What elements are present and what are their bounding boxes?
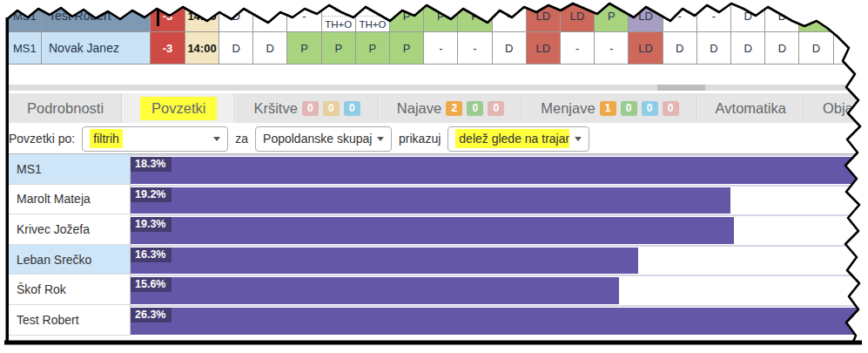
shift-cell[interactable]: P	[322, 32, 356, 64]
schedule-grid: MS1Test Robert-314:00DD-DTH+ODTH+OPPP-LD…	[9, 0, 868, 64]
bar-value-label: 19.2%	[131, 187, 172, 202]
shift-cell[interactable]: D	[219, 0, 253, 32]
start-time-cell: 14:00	[185, 0, 219, 32]
chart-bar[interactable]: 26.3%	[131, 308, 868, 335]
chart-row-name[interactable]: MS1	[9, 154, 131, 185]
scrollbar-thumb[interactable]	[657, 85, 705, 91]
shift-cell[interactable]: D	[765, 32, 799, 64]
schedule-row: MS1Test Robert-314:00DD-DTH+ODTH+OPPP-LD…	[9, 0, 868, 32]
chart-row-name[interactable]: Krivec Jožefa	[9, 214, 131, 245]
chart-row: Marolt Mateja19.2%	[9, 185, 868, 215]
shift-cell[interactable]: P	[287, 32, 321, 64]
group-dropdown[interactable]: Popoldanske skupaj	[255, 126, 392, 152]
shift-cell[interactable]: P	[356, 32, 390, 64]
shift-cell[interactable]: -	[663, 0, 697, 32]
shift-cell[interactable]: D	[253, 0, 287, 32]
shift-cell[interactable]: D	[493, 32, 527, 64]
tab-menjave[interactable]: Menjave1000	[522, 93, 696, 123]
shift-cell[interactable]: -	[595, 32, 629, 64]
shift-code-top: D	[356, 0, 389, 16]
employee-name-cell[interactable]: Test Robert	[42, 0, 151, 32]
tab-kršitve[interactable]: Kršitve000	[235, 93, 378, 123]
summaries-by-dropdown[interactable]: filtrih	[82, 126, 228, 152]
tab-bar: PodrobnostiPovzetkiKršitve000Najave200Me…	[9, 93, 859, 123]
chart-row-name[interactable]: Škof Rok	[9, 275, 131, 305]
dropdown-value: Popoldanske skupaj	[263, 132, 372, 146]
shift-cell[interactable]: P	[390, 0, 424, 32]
group-cell: MS1	[9, 0, 42, 32]
shift-cell[interactable]: D	[697, 32, 731, 64]
shift-cell[interactable]: -	[834, 32, 868, 64]
shift-cell[interactable]: LD	[629, 32, 663, 64]
shift-cell[interactable]: P	[458, 0, 492, 32]
count-badge: 0	[663, 101, 679, 116]
shift-cell[interactable]: D	[731, 0, 765, 32]
shift-cell[interactable]: D	[253, 32, 287, 64]
display-label: prikazuj	[399, 132, 441, 146]
tab-label: Povzetki	[140, 97, 217, 120]
schedule-row: MS1Novak Janez-314:00DDPPPP--DLD--LDDDDD…	[9, 32, 868, 64]
shift-cell-split[interactable]: DTH+O	[322, 0, 356, 32]
chart-row-name[interactable]: Test Robert	[9, 305, 131, 336]
shift-cell[interactable]: -	[561, 32, 595, 64]
chart-bar-area: 19.3%	[131, 214, 868, 245]
shift-cell[interactable]: -	[493, 0, 527, 32]
tab-label: Menjave	[541, 100, 595, 117]
chart-bar[interactable]: 19.3%	[131, 217, 734, 244]
shift-cell[interactable]: P	[424, 0, 458, 32]
shift-cell-split[interactable]: DTH+O	[356, 0, 390, 32]
balance-cell: -3	[151, 0, 185, 32]
shift-cell[interactable]: LD	[527, 32, 561, 64]
shift-cell[interactable]: P	[390, 32, 424, 64]
shift-cell[interactable]: -	[424, 32, 458, 64]
chart-bar-area: 18.3%	[131, 154, 868, 185]
shift-cell[interactable]: D	[799, 32, 833, 64]
chart-row: Škof Rok15.6%	[9, 275, 868, 305]
tab-label: Avtomatika	[716, 100, 786, 117]
tab-objave[interactable]: Objave	[804, 93, 868, 123]
bar-value-label: 15.6%	[131, 277, 172, 292]
shift-cell[interactable]: D	[731, 32, 765, 64]
chart-row-name[interactable]: Marolt Mateja	[9, 185, 131, 215]
tab-najave[interactable]: Najave200	[379, 93, 522, 123]
shift-cell[interactable]: P	[834, 0, 868, 32]
horizontal-scrollbar[interactable]	[9, 85, 859, 91]
display-mode-dropdown[interactable]: delež glede na trajanje v	[447, 126, 589, 152]
shift-cell[interactable]: LD	[561, 0, 595, 32]
tab-label: Objave	[823, 100, 868, 117]
count-badge: 2	[446, 101, 462, 116]
shift-cell[interactable]: -	[287, 0, 321, 32]
chart-bar[interactable]: 15.6%	[131, 277, 619, 304]
shift-cell[interactable]: LD	[629, 0, 663, 32]
tab-podrobnosti[interactable]: Podrobnosti	[9, 93, 122, 123]
dropdown-value: filtrih	[90, 129, 123, 148]
employee-name-cell[interactable]: Novak Janez	[42, 32, 151, 64]
dropdown-value: delež glede na trajanje v	[455, 129, 569, 148]
shift-cell[interactable]: D	[219, 32, 253, 64]
shift-cell[interactable]: -	[458, 32, 492, 64]
selection-cursor	[157, 0, 159, 26]
balance-cell: -3	[151, 32, 185, 64]
shift-cell[interactable]: D	[663, 32, 697, 64]
tab-avtomatika[interactable]: Avtomatika	[697, 93, 804, 123]
tab-label: Podrobnosti	[27, 100, 104, 117]
tab-povzetki[interactable]: Povzetki	[122, 93, 235, 123]
chart-bar[interactable]: 19.2%	[131, 187, 730, 214]
chart-row-name[interactable]: Leban Srečko	[9, 245, 131, 275]
count-badge: 0	[467, 101, 483, 116]
start-time-cell: 14:00	[185, 32, 219, 64]
chart-bar[interactable]: 18.3%	[131, 157, 868, 184]
filter-bar: Povzetki po: filtrih za Popoldanske skup…	[9, 126, 859, 152]
summaries-by-label: Povzetki po:	[9, 132, 75, 146]
chart-row: Krivec Jožefa19.3%	[9, 214, 868, 245]
chart-bar[interactable]: 16.3%	[131, 248, 638, 275]
shift-cell[interactable]: LD	[527, 0, 561, 32]
count-badge: 0	[302, 101, 319, 116]
bar-value-label: 26.3%	[131, 308, 172, 322]
shift-cell[interactable]: D	[765, 0, 799, 32]
shift-cell[interactable]: -	[697, 0, 731, 32]
shift-cell[interactable]: P	[595, 0, 629, 32]
bar-value-label: 16.3%	[131, 248, 172, 262]
shift-cell[interactable]: P	[799, 0, 833, 32]
count-badge: 0	[344, 101, 360, 116]
